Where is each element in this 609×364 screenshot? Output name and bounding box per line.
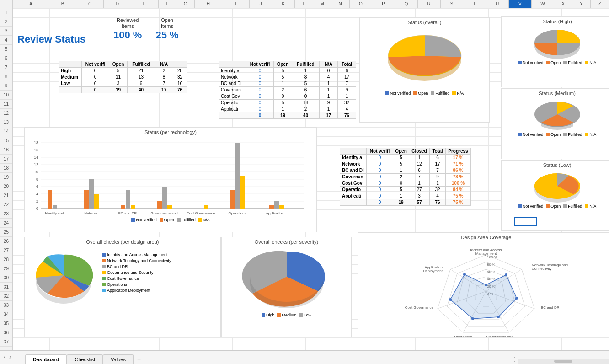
bar-cost-na xyxy=(204,205,208,209)
y-2: 2 xyxy=(36,199,38,203)
low-total: 16 xyxy=(173,80,187,87)
col-o[interactable]: O xyxy=(350,0,373,8)
severity-pie-svg xyxy=(241,246,332,312)
p-network-open: 5 xyxy=(393,161,409,167)
tab-checklist[interactable]: Checklist xyxy=(67,354,103,364)
sev-med-label: Medium xyxy=(282,313,296,317)
da-legend-network: Network Topology and Connectivity xyxy=(102,258,171,263)
design-area-legend: Identity and Access Management Network T… xyxy=(102,252,171,293)
radar-pt-identity xyxy=(485,284,487,286)
col-l[interactable]: L xyxy=(295,0,313,8)
tab-dashboard[interactable]: Dashboard xyxy=(25,354,67,364)
col-k[interactable]: K xyxy=(272,0,295,8)
row-30: 30 xyxy=(0,273,12,283)
radar-title: Design Area Coverage xyxy=(358,235,609,240)
col-t[interactable]: T xyxy=(463,0,486,8)
col-c[interactable]: C xyxy=(76,0,104,8)
xlabel-identity: Identity and xyxy=(45,211,64,215)
domain-network-row: Network 0 5 8 4 17 xyxy=(219,74,356,80)
row-23: 23 xyxy=(0,209,12,219)
m-legend-fulfilled: Fulfilled xyxy=(563,132,582,137)
d-bc-fulfilled: 5 xyxy=(292,80,320,87)
col-m[interactable]: M xyxy=(313,0,331,8)
row-10: 10 xyxy=(0,91,12,100)
col-q[interactable]: Q xyxy=(395,0,418,8)
l-na-label: N/A xyxy=(589,204,596,209)
y-14: 14 xyxy=(34,155,38,160)
col-v[interactable]: V xyxy=(509,0,532,8)
col-e[interactable]: E xyxy=(131,0,159,8)
xlabel-identity2: Access xyxy=(48,215,60,216)
low-legend: Not verified Open Fulfilled N/A xyxy=(503,204,609,209)
radar-label-identity2: Management xyxy=(475,252,497,256)
p-total-nv: 0 xyxy=(367,199,393,206)
high-open: 5 xyxy=(109,68,128,74)
overall-pie-chart: Status (overall) xyxy=(359,17,490,123)
medium-pie-chart: Status (Medium) Not verified Open xyxy=(501,88,609,159)
tab-add-button[interactable]: + xyxy=(134,354,144,364)
p-app-total: 4 xyxy=(430,193,446,199)
h-fulfilled-label: Fulfilled xyxy=(568,60,582,65)
col-j[interactable]: J xyxy=(250,0,272,8)
col-a[interactable]: A xyxy=(13,0,49,8)
col-x[interactable]: X xyxy=(554,0,572,8)
col-f[interactable]: F xyxy=(159,0,177,8)
d-gov-na: 1 xyxy=(320,87,338,93)
d-ops-total: 32 xyxy=(338,100,356,106)
nav-right-arrow[interactable]: › xyxy=(9,353,11,360)
domain-gov-row: Governan 0 2 6 1 9 xyxy=(219,87,356,93)
sev-legend-high: High xyxy=(262,313,275,317)
col-n[interactable]: N xyxy=(331,0,350,8)
bar-ops-na xyxy=(240,176,245,209)
row-24: 24 xyxy=(0,219,12,228)
tab-values[interactable]: Values xyxy=(103,354,134,364)
bar-nv-label: Not verified xyxy=(136,218,157,222)
l-open-color xyxy=(546,204,550,208)
xlabel-app2: Deployment xyxy=(265,215,285,216)
radar-svg: 100 % 80 % 60 % 40 % 20 % 0 % xyxy=(363,241,609,337)
col-h[interactable]: H xyxy=(195,0,222,8)
col-s[interactable]: S xyxy=(441,0,464,8)
h-na-label: N/A xyxy=(589,60,596,65)
col-b[interactable]: B xyxy=(49,0,77,8)
row-21: 21 xyxy=(0,191,12,200)
d-cost-fulfilled: 0 xyxy=(292,93,320,100)
th-notverified: Not verifi xyxy=(82,61,109,68)
nav-left-arrow[interactable]: ‹ xyxy=(4,353,6,360)
dth-na: N/A xyxy=(320,61,338,68)
h-legend-open: Open xyxy=(546,60,561,65)
domain-app-row: Applicati 0 1 2 1 4 xyxy=(219,106,356,112)
col-g[interactable]: G xyxy=(176,0,195,8)
sheet-options-icon[interactable]: ⋮ xyxy=(512,356,518,362)
ring-60: 60 % xyxy=(487,270,495,274)
d-cost-total: 1 xyxy=(338,93,356,100)
na-slice xyxy=(388,35,424,57)
d-total-na: 17 xyxy=(320,112,338,119)
row-17: 17 xyxy=(0,155,12,164)
col-i[interactable]: I xyxy=(222,0,250,8)
row-9: 9 xyxy=(0,81,12,91)
col-d[interactable]: D xyxy=(104,0,131,8)
bar-bc-fulfilled xyxy=(126,190,130,209)
prog-cost-row: Cost Gov 0 0 1 1 100 % xyxy=(340,180,471,187)
d-identity-fulfilled: 1 xyxy=(292,68,320,74)
col-y[interactable]: Y xyxy=(572,0,591,8)
m-na-color xyxy=(585,133,588,136)
col-w[interactable]: W xyxy=(532,0,555,8)
col-p[interactable]: P xyxy=(372,0,395,8)
horizontal-scrollbar[interactable] xyxy=(518,359,609,364)
bar-app-open xyxy=(269,205,274,209)
h-nv-label: Not verified xyxy=(523,60,544,65)
reviewed-label: ReviewedItems xyxy=(113,17,142,29)
high-total: 28 xyxy=(173,68,187,74)
d-gov-fulfilled: 6 xyxy=(292,87,320,93)
d-gov-open: 2 xyxy=(274,87,292,93)
content-area: Review Status ReviewedItems 100 % OpenIt… xyxy=(13,8,609,350)
col-u[interactable]: U xyxy=(486,0,509,8)
row-27: 27 xyxy=(0,246,12,255)
col-z[interactable]: Z xyxy=(591,0,609,8)
row-15: 15 xyxy=(0,136,12,145)
bar-bc-na xyxy=(131,205,135,209)
col-r[interactable]: R xyxy=(418,0,441,8)
p-gov-label: Governan xyxy=(340,174,367,180)
